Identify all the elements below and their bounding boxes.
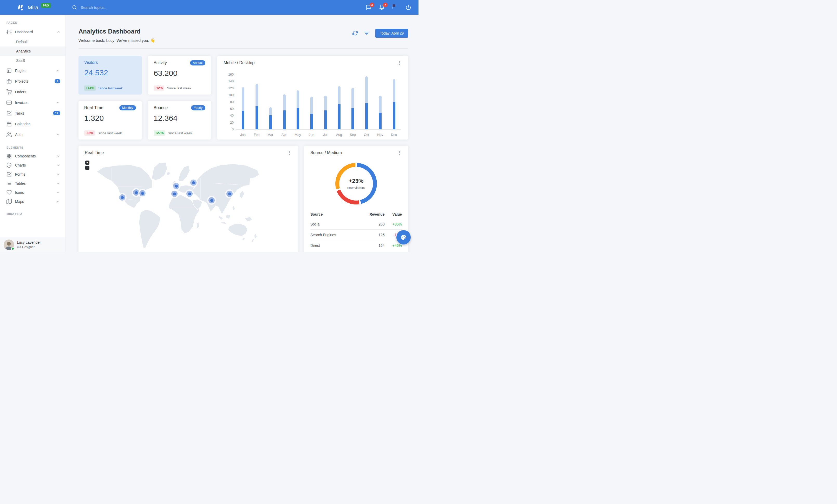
map-marker[interactable]: [209, 197, 215, 203]
bar-oct[interactable]: [360, 75, 374, 129]
layout-icon: [6, 68, 12, 73]
x-axis-label: Jun: [305, 133, 318, 137]
filter-button[interactable]: [364, 31, 370, 36]
map-marker[interactable]: [139, 190, 146, 197]
sidebar-user[interactable]: Lucy Lavender UX Designer: [0, 237, 66, 252]
stat-delta-badge: -18%: [84, 130, 95, 136]
bar-may[interactable]: [291, 75, 305, 129]
map-marker[interactable]: [227, 191, 233, 197]
sidebar-item-projects[interactable]: Projects8: [0, 76, 66, 87]
sidebar-subitem-saas[interactable]: SaaS: [0, 56, 66, 65]
stat-period-tag[interactable]: Monthly: [119, 105, 136, 110]
sidebar-item-pages[interactable]: Pages: [0, 65, 66, 76]
bar-dec[interactable]: [387, 75, 401, 129]
stat-delta-badge: +14%: [84, 86, 96, 91]
count-badge: 8: [55, 79, 60, 83]
pie-chart-icon: [6, 163, 12, 168]
sidebar-item-label: Auth: [15, 132, 23, 137]
bar-feb[interactable]: [250, 75, 264, 129]
world-map-svg: [78, 162, 298, 252]
online-status-dot: [11, 247, 14, 250]
sidebar-item-label: Dashboard: [15, 30, 33, 34]
source-medium-table: Source Revenue Value Social 260 +35% Sea…: [310, 210, 402, 251]
table-row[interactable]: Social 260 +35%: [310, 219, 402, 230]
sidebar-item-tables[interactable]: Tables: [0, 179, 66, 188]
map-marker[interactable]: [119, 194, 125, 201]
notifications-button[interactable]: 7: [379, 4, 385, 11]
sidebar-item-calendar[interactable]: Calendar: [0, 118, 66, 129]
map-marker[interactable]: [133, 189, 139, 195]
world-map[interactable]: [78, 162, 298, 252]
cell-source: Social: [310, 219, 357, 230]
search-bar[interactable]: [72, 5, 140, 10]
col-header-revenue[interactable]: Revenue: [357, 210, 385, 219]
stat-period-tag[interactable]: Yearly: [191, 105, 206, 110]
more-options-button[interactable]: [397, 60, 402, 65]
sidebar-item-charts[interactable]: Charts: [0, 161, 66, 170]
sidebar-item-invoices[interactable]: Invoices: [0, 97, 66, 108]
sidebar-item-auth[interactable]: Auth: [0, 129, 66, 140]
bar-jan[interactable]: [236, 75, 250, 129]
theme-settings-fab[interactable]: [396, 230, 411, 244]
sidebar-item-label: Maps: [15, 200, 24, 204]
brand[interactable]: Mira PRO: [0, 4, 66, 12]
stat-value: 12.364: [154, 114, 206, 123]
donut-center-value: +23%: [349, 178, 364, 184]
sidebar-item-dashboard[interactable]: Dashboard: [0, 26, 66, 37]
sign-out-button[interactable]: [406, 4, 412, 11]
stat-card-realtime: Real-Time Monthly 1.320 -18% Since last …: [78, 101, 142, 139]
sidebar-item-icons[interactable]: Icons: [0, 188, 66, 197]
sidebar-section-label: ELEMENTS: [0, 140, 66, 151]
stat-note: Since last week: [167, 86, 191, 90]
pro-badge: PRO: [41, 3, 51, 8]
map-zoom-in-button[interactable]: +: [85, 161, 89, 165]
language-button[interactable]: [392, 4, 398, 11]
sidebar-subitem-analytics[interactable]: Analytics: [0, 46, 66, 56]
credit-card-icon: [6, 100, 12, 105]
x-axis-label: Aug: [332, 133, 346, 137]
sidebar-item-orders[interactable]: Orders: [0, 87, 66, 97]
messages-button[interactable]: 3: [366, 4, 372, 11]
x-axis-label: Oct: [359, 133, 373, 137]
map-marker[interactable]: [173, 183, 179, 189]
bar-apr[interactable]: [277, 75, 291, 129]
sidebar-item-label: Invoices: [15, 100, 28, 105]
page-subtitle: Welcome back, Lucy! We've missed you. 👋: [78, 38, 155, 43]
map-zoom-out-button[interactable]: −: [85, 166, 89, 170]
sidebar-item-components[interactable]: Components: [0, 151, 66, 161]
refresh-button[interactable]: [353, 31, 358, 36]
bar-jun[interactable]: [305, 75, 319, 129]
map-marker[interactable]: [186, 191, 193, 197]
stat-card-activity: Activity Annual 63.200 -12% Since last w…: [148, 56, 211, 95]
y-axis-label: 40: [230, 114, 234, 117]
more-options-button[interactable]: [397, 150, 402, 155]
search-input[interactable]: [81, 5, 140, 10]
mobile-desktop-chart-card: Mobile / Desktop 020406080100120140160 J…: [217, 56, 408, 139]
more-options-button[interactable]: [287, 150, 292, 155]
map-marker[interactable]: [171, 191, 178, 197]
today-button[interactable]: Today: April 29: [375, 29, 408, 38]
sidebar-item-label: Forms: [15, 172, 25, 176]
col-header-value[interactable]: Value: [385, 210, 402, 219]
sidebar-subitem-default[interactable]: Default: [0, 37, 66, 46]
bar-aug[interactable]: [332, 75, 346, 129]
col-header-source[interactable]: Source: [310, 210, 357, 219]
sidebar-item-maps[interactable]: Maps: [0, 197, 66, 206]
sidebar-item-tasks[interactable]: Tasks17: [0, 108, 66, 118]
chart-title: Mobile / Desktop: [224, 60, 254, 65]
check-square-icon: [6, 111, 12, 116]
map-marker[interactable]: [190, 180, 197, 186]
sidebar-item-forms[interactable]: Forms: [0, 170, 66, 179]
cell-value: +35%: [385, 219, 402, 230]
stat-period-tag[interactable]: Annual: [190, 60, 206, 66]
briefcase-icon: [6, 79, 12, 84]
bar-nov[interactable]: [374, 75, 387, 129]
bar-jul[interactable]: [319, 75, 333, 129]
user-role: UX Designer: [17, 245, 41, 249]
stat-value: 1.320: [84, 114, 136, 123]
table-row[interactable]: Direct 164 +46%: [310, 240, 402, 251]
bar-sep[interactable]: [346, 75, 360, 129]
source-medium-title: Source / Medium: [310, 150, 342, 155]
bar-mar[interactable]: [264, 75, 278, 129]
table-row[interactable]: Search Engines 125 -12%: [310, 230, 402, 240]
